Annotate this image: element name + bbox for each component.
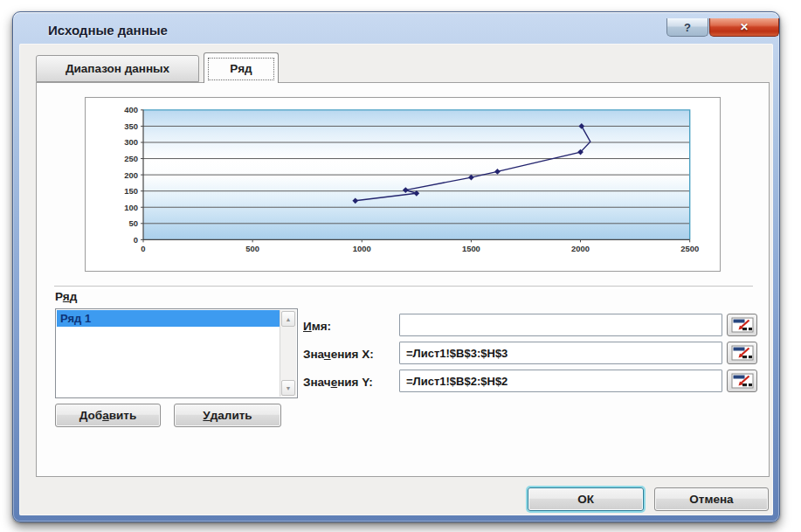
svg-text:500: 500 bbox=[245, 244, 259, 253]
chart-preview: 0501001502002503003504000500100015002000… bbox=[85, 97, 721, 272]
help-button[interactable]: ? bbox=[666, 18, 708, 37]
svg-text:400: 400 bbox=[124, 105, 138, 114]
svg-text:1500: 1500 bbox=[462, 244, 480, 253]
series-tab-page: 0501001502002503003504000500100015002000… bbox=[36, 82, 770, 477]
collapse-dialog-icon bbox=[731, 373, 754, 389]
scroll-down-button[interactable]: ▼ bbox=[281, 380, 295, 396]
tab-data-range[interactable]: Диапазон данных bbox=[36, 55, 199, 82]
svg-text:350: 350 bbox=[124, 121, 138, 131]
svg-text:100: 100 bbox=[124, 203, 138, 212]
ok-button[interactable]: ОК bbox=[528, 487, 644, 511]
x-values-field-label: Значения X: bbox=[303, 348, 374, 361]
svg-text:150: 150 bbox=[124, 186, 138, 196]
listbox-scrollbar[interactable]: ▲ ▼ bbox=[280, 310, 296, 397]
y-values-range-picker-button[interactable] bbox=[727, 370, 757, 392]
svg-text:2500: 2500 bbox=[680, 244, 699, 253]
svg-text:250: 250 bbox=[124, 154, 138, 163]
tab-data-range-label: Диапазон данных bbox=[66, 62, 169, 75]
dialog-body: Диапазон данных Ряд bbox=[19, 44, 773, 515]
close-icon: ✕ bbox=[740, 21, 749, 33]
svg-text:300: 300 bbox=[124, 137, 138, 147]
x-values-field-input[interactable] bbox=[399, 342, 722, 364]
svg-text:2000: 2000 bbox=[571, 244, 590, 253]
svg-text:1000: 1000 bbox=[353, 244, 371, 253]
tab-series[interactable]: Ряд bbox=[204, 52, 279, 83]
down-arrow-icon: ▼ bbox=[286, 385, 292, 391]
source-data-dialog: Исходные данные ? ✕ Диапазон данных Ряд bbox=[12, 11, 780, 522]
up-arrow-icon: ▲ bbox=[286, 316, 292, 322]
series-list-item[interactable]: Ряд 1 bbox=[57, 310, 280, 327]
svg-text:0: 0 bbox=[134, 235, 138, 245]
dialog-title: Исходные данные bbox=[48, 23, 168, 38]
cancel-button[interactable]: Отмена bbox=[654, 487, 769, 511]
collapse-dialog-icon bbox=[731, 345, 754, 361]
series-group-label: Ряд bbox=[55, 290, 77, 303]
scroll-up-button[interactable]: ▲ bbox=[281, 311, 295, 327]
close-button[interactable]: ✕ bbox=[709, 18, 779, 37]
svg-text:200: 200 bbox=[124, 170, 138, 180]
svg-text:0: 0 bbox=[141, 244, 145, 253]
help-icon: ? bbox=[684, 21, 691, 34]
add-series-button[interactable]: Добавить bbox=[55, 404, 161, 427]
name-field-input[interactable] bbox=[399, 314, 722, 336]
name-range-picker-button[interactable] bbox=[727, 314, 757, 336]
series-listbox[interactable]: Ряд 1 ▲ ▼ bbox=[55, 308, 298, 398]
x-values-range-picker-button[interactable] bbox=[727, 342, 757, 364]
svg-text:50: 50 bbox=[129, 218, 138, 228]
separator-line bbox=[54, 286, 753, 289]
y-values-field-label: Значения Y: bbox=[303, 376, 373, 389]
tab-series-label: Ряд bbox=[230, 62, 252, 75]
name-field-label: Имя: bbox=[303, 320, 331, 333]
scatter-line-chart: 0501001502002503003504000500100015002000… bbox=[86, 98, 720, 271]
delete-series-button[interactable]: Удалить bbox=[174, 404, 281, 427]
collapse-dialog-icon bbox=[731, 317, 754, 333]
y-values-field-input[interactable] bbox=[399, 370, 722, 392]
